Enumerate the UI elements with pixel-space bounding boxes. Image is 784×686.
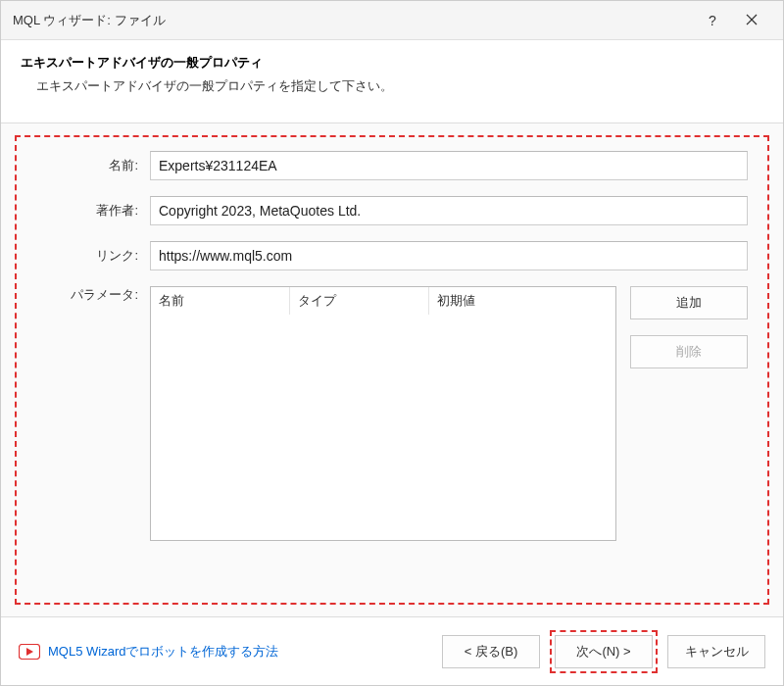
author-input[interactable]: [150, 196, 748, 225]
help-button[interactable]: ?: [693, 1, 732, 40]
next-button[interactable]: 次へ(N) >: [555, 635, 653, 668]
col-type: タイプ: [290, 287, 429, 315]
delete-button: 削除: [630, 335, 748, 368]
body-area: 名前: 著作者: リンク: パラメータ: 名前 タイプ 初: [1, 123, 783, 616]
cancel-button[interactable]: キャンセル: [667, 635, 765, 668]
params-area: 名前 タイプ 初期値 追加 削除: [150, 286, 748, 541]
params-label: パラメータ:: [23, 286, 150, 304]
page-heading: エキスパートアドバイザの一般プロパティ: [21, 54, 763, 72]
highlighted-next-wrap: 次へ(N) >: [550, 630, 658, 673]
footer: MQL5 Wizardでロボットを作成する方法 < 戻る(B) 次へ(N) > …: [1, 616, 783, 685]
row-link: リンク:: [23, 241, 748, 270]
link-input[interactable]: [150, 241, 748, 270]
header-panel: エキスパートアドバイザの一般プロパティ エキスパートアドバイザの一般プロパティを…: [1, 40, 783, 123]
row-author: 著作者:: [23, 196, 748, 225]
help-icon: ?: [709, 13, 716, 28]
close-icon: [746, 13, 758, 28]
close-button[interactable]: [732, 1, 771, 40]
params-buttons: 追加 削除: [630, 286, 748, 541]
author-label: 著作者:: [23, 202, 150, 220]
window-title: MQL ウィザード: ファイル: [13, 12, 693, 29]
footer-left: MQL5 Wizardでロボットを作成する方法: [19, 643, 432, 661]
row-params: パラメータ: 名前 タイプ 初期値 追加 削除: [23, 286, 748, 541]
link-label: リンク:: [23, 247, 150, 265]
back-button[interactable]: < 戻る(B): [442, 635, 540, 668]
col-default: 初期値: [429, 287, 615, 315]
svg-marker-3: [26, 648, 33, 656]
col-name: 名前: [151, 287, 290, 315]
page-subheading: エキスパートアドバイザの一般プロパティを指定して下さい。: [21, 77, 763, 95]
params-table[interactable]: 名前 タイプ 初期値: [150, 286, 616, 541]
wizard-window: MQL ウィザード: ファイル ? エキスパートアドバイザの一般プロパティ エキ…: [0, 0, 784, 686]
params-table-header: 名前 タイプ 初期値: [151, 287, 615, 315]
help-link[interactable]: MQL5 Wizardでロボットを作成する方法: [48, 643, 278, 661]
name-label: 名前:: [23, 157, 150, 174]
name-input[interactable]: [150, 151, 748, 180]
row-name: 名前:: [23, 151, 748, 180]
add-button[interactable]: 追加: [630, 286, 748, 319]
titlebar: MQL ウィザード: ファイル ?: [1, 1, 783, 40]
youtube-icon: [19, 644, 40, 660]
highlighted-form-area: 名前: 著作者: リンク: パラメータ: 名前 タイプ 初: [15, 135, 769, 605]
